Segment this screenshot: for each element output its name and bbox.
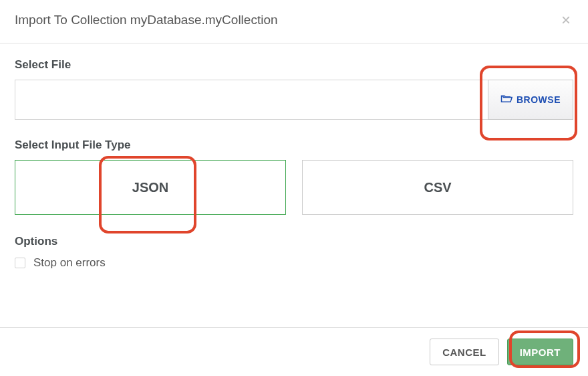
import-button[interactable]: IMPORT xyxy=(507,339,573,365)
cancel-button[interactable]: CANCEL xyxy=(430,339,499,365)
file-type-csv[interactable]: CSV xyxy=(302,160,573,215)
import-label: IMPORT xyxy=(520,347,561,358)
folder-open-icon xyxy=(500,94,512,106)
select-file-label: Select File xyxy=(15,58,573,72)
options-label: Options xyxy=(15,235,573,248)
file-type-csv-label: CSV xyxy=(424,180,451,195)
file-row: BROWSE xyxy=(15,80,573,120)
file-path-input[interactable] xyxy=(15,80,488,120)
browse-button[interactable]: BROWSE xyxy=(488,80,573,120)
stop-on-errors-label: Stop on errors xyxy=(33,256,106,270)
close-icon: × xyxy=(561,11,571,29)
file-type-json[interactable]: JSON xyxy=(15,160,286,215)
cancel-label: CANCEL xyxy=(442,347,486,358)
select-type-label: Select Input File Type xyxy=(15,138,573,152)
file-type-row: JSON CSV xyxy=(15,160,573,215)
file-type-json-label: JSON xyxy=(132,180,168,195)
stop-on-errors-checkbox[interactable] xyxy=(15,258,25,268)
modal-header: Import To Collection myDatabase.myCollec… xyxy=(0,0,588,43)
browse-label: BROWSE xyxy=(517,94,561,105)
modal-footer: CANCEL IMPORT xyxy=(0,327,588,376)
modal-body: Select File BROWSE Select Input File Typ… xyxy=(0,43,588,284)
close-button[interactable]: × xyxy=(559,12,573,28)
options-row: Stop on errors xyxy=(15,256,573,270)
modal-title: Import To Collection myDatabase.myCollec… xyxy=(15,13,278,27)
